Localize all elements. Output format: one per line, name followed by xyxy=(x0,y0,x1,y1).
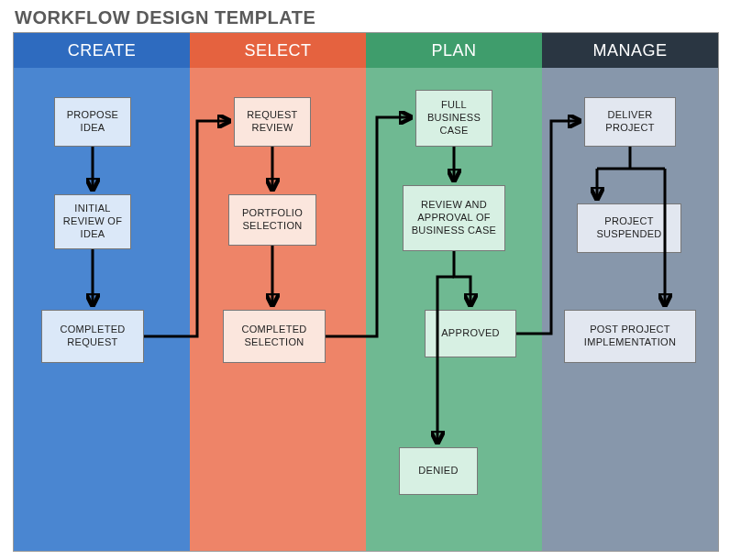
node-completed-request: COMPLETED REQUEST xyxy=(41,310,144,363)
node-full-business-case: FULL BUSINESS CASE xyxy=(415,90,492,147)
node-completed-selection: COMPLETED SELECTION xyxy=(223,310,326,363)
page: WORKFLOW DESIGN TEMPLATE CREATE SELECT P… xyxy=(0,0,730,560)
workflow-board: CREATE SELECT PLAN MANAGE PROPOSE IDEA I… xyxy=(13,32,719,552)
node-deliver-project: DELIVER PROJECT xyxy=(584,97,676,147)
node-project-suspended: PROJECT SUSPENDED xyxy=(577,203,681,253)
node-post-project-impl: POST PROJECT IMPLEMENTATION xyxy=(564,310,696,363)
node-approved: APPROVED xyxy=(425,310,516,357)
lane-select-header: SELECT xyxy=(190,33,366,68)
node-review-approval: REVIEW AND APPROVAL OF BUSINESS CASE xyxy=(403,185,505,251)
node-propose-idea: PROPOSE IDEA xyxy=(54,97,131,147)
node-initial-review: INITIAL REVIEW OF IDEA xyxy=(54,194,131,249)
node-request-review: REQUEST REVIEW xyxy=(234,97,311,147)
lane-plan-header: PLAN xyxy=(366,33,542,68)
page-title: WORKFLOW DESIGN TEMPLATE xyxy=(15,7,717,28)
lane-create-header: CREATE xyxy=(14,33,190,68)
node-portfolio-selection: PORTFOLIO SELECTION xyxy=(228,194,316,246)
node-denied: DENIED xyxy=(399,447,478,495)
lane-manage-header: MANAGE xyxy=(542,33,718,68)
